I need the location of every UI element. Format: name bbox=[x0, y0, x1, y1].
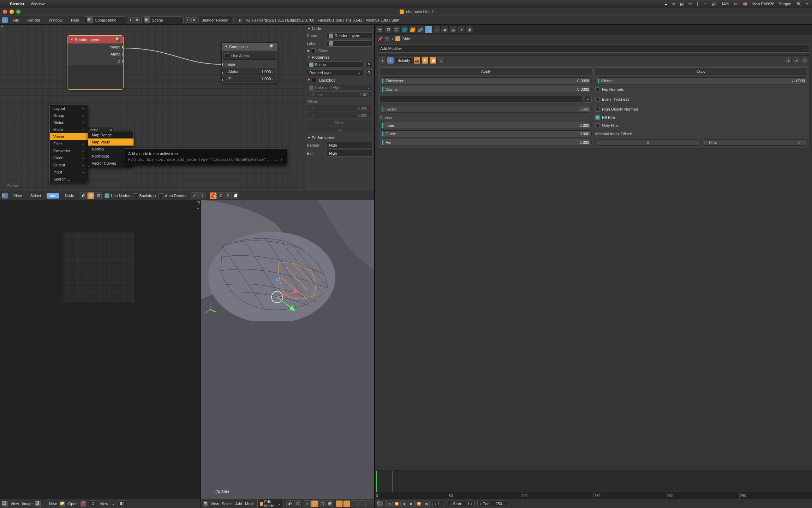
edge-select-icon[interactable]: ╱ bbox=[311, 500, 318, 507]
menu-matte[interactable]: Matte▸ bbox=[50, 126, 88, 133]
image-browse-icon[interactable]: 🖼 bbox=[35, 501, 41, 507]
prev-keyframe-button[interactable]: ⏪ bbox=[393, 501, 400, 507]
edit-quality-dropdown[interactable]: High⌄ bbox=[327, 150, 372, 156]
render-quality-dropdown[interactable]: High⌄ bbox=[327, 142, 372, 148]
cloud-icon[interactable]: ☁ bbox=[664, 2, 668, 6]
editor-type-icon[interactable]: ⬒ bbox=[203, 501, 208, 507]
menu-view[interactable]: View bbox=[210, 502, 219, 506]
node-header[interactable]: ▼ Render Layers bbox=[67, 36, 123, 43]
layer-2[interactable] bbox=[343, 500, 350, 507]
render-layer-field[interactable]: RenderLayer⌄ bbox=[307, 69, 363, 76]
menu-window[interactable]: Window bbox=[31, 2, 44, 6]
editor-type-icon[interactable]: ⓘ bbox=[2, 17, 8, 23]
menu-distort[interactable]: Distort▸ bbox=[50, 119, 88, 126]
current-frame-marker[interactable] bbox=[376, 471, 377, 492]
shader-tree-button[interactable]: ◐ bbox=[80, 192, 87, 199]
jump-start-button[interactable]: ⏮ bbox=[386, 501, 393, 507]
color-alpha-dropdown[interactable]: Color and Alpha⌄ bbox=[307, 84, 372, 91]
pin-icon[interactable]: ⤢ bbox=[191, 192, 198, 199]
copy-button[interactable]: ⎘ bbox=[225, 192, 232, 199]
socket-alpha[interactable] bbox=[121, 52, 124, 56]
render-button[interactable]: ⟳ bbox=[365, 69, 372, 76]
area-splitter[interactable] bbox=[196, 201, 200, 204]
tab-render[interactable]: 📷 bbox=[376, 26, 384, 34]
minimize-window-button[interactable] bbox=[10, 10, 14, 14]
submenu-map-range[interactable]: Map Range bbox=[88, 131, 133, 138]
mode-dropdown[interactable]: Edit Mode⌄ bbox=[257, 498, 283, 508]
pivot-icon[interactable]: ⊙ bbox=[294, 500, 301, 507]
scene-dropdown[interactable]: ◉ Scene bbox=[141, 16, 184, 24]
menu-layout[interactable]: Layout▸ bbox=[50, 105, 88, 112]
flag-icon[interactable]: 🇺🇸 bbox=[742, 2, 747, 6]
tab-object[interactable]: 🟧 bbox=[408, 26, 416, 34]
use-alpha-checkbox[interactable]: Use Alpha bbox=[223, 52, 276, 60]
mat-index-field[interactable]: ‹0› bbox=[595, 139, 701, 146]
wifi-icon[interactable]: ⌔ bbox=[704, 2, 706, 6]
screen-layout-dropdown[interactable]: ⊞ Compositing bbox=[84, 16, 126, 24]
tab-particles[interactable]: ✦ bbox=[457, 26, 465, 34]
section-node[interactable]: ▼Node bbox=[307, 25, 372, 32]
menu-help[interactable]: Help bbox=[67, 17, 83, 23]
editor-type-icon[interactable]: ⏱ bbox=[377, 501, 383, 507]
node-header[interactable]: ▼ Composite bbox=[222, 43, 277, 51]
battery-icon[interactable]: ▭ bbox=[734, 2, 738, 6]
layer-5[interactable] bbox=[365, 500, 372, 507]
move-down-button[interactable]: ▾ bbox=[793, 57, 800, 64]
outer-field[interactable]: Outer:0.000 bbox=[380, 130, 592, 137]
menu-image[interactable]: Image bbox=[22, 502, 33, 506]
tab-modifiers[interactable]: 🔧 bbox=[425, 26, 432, 34]
scene-field[interactable]: Scene bbox=[307, 61, 363, 68]
tab-texture[interactable]: ▦ bbox=[449, 26, 457, 34]
render-engine-dropdown[interactable]: Blender Render bbox=[198, 17, 234, 23]
menu-file[interactable]: File bbox=[9, 17, 23, 23]
plus-icon[interactable]: + bbox=[197, 206, 199, 211]
collapse-icon[interactable]: ▼ bbox=[70, 38, 73, 41]
volume-icon[interactable]: 🔊 bbox=[711, 2, 716, 6]
even-thickness-checkbox[interactable]: Even Thickness bbox=[595, 94, 807, 104]
menu-node[interactable]: Node bbox=[62, 193, 77, 199]
scene-icon[interactable]: 🎬 bbox=[385, 37, 390, 41]
menu-window[interactable]: Window bbox=[45, 17, 66, 23]
editor-type-icon[interactable]: ⊞ bbox=[2, 193, 8, 199]
pivot-dropdown[interactable]: ⊙ bbox=[89, 500, 97, 507]
menu-vector[interactable]: Vector▸ bbox=[50, 133, 88, 140]
rim-field[interactable]: Rim:0.000 bbox=[380, 139, 592, 146]
socket-image-in[interactable] bbox=[221, 63, 223, 66]
menu-color[interactable]: Color▸ bbox=[50, 154, 88, 161]
dropbox-icon[interactable]: ⧈ bbox=[673, 2, 675, 6]
render-layers-node[interactable]: ▼ Render Layers Image Alpha Z bbox=[67, 35, 124, 90]
menu-output[interactable]: Output▸ bbox=[50, 161, 88, 169]
move-button[interactable]: Move bbox=[307, 119, 372, 126]
socket-image[interactable] bbox=[121, 45, 124, 49]
section-backdrop[interactable]: ▼Backdrop bbox=[307, 77, 372, 83]
viewport-shading-icon[interactable]: ◐ bbox=[286, 500, 293, 507]
menu-add[interactable]: Add bbox=[47, 193, 59, 199]
add-layout-button[interactable]: + bbox=[128, 17, 133, 23]
open-button[interactable]: Open bbox=[68, 502, 78, 506]
menu-mesh[interactable]: Mesh bbox=[245, 502, 255, 506]
vertex-select-icon[interactable]: ▪ bbox=[304, 500, 311, 507]
texture-tree-button[interactable]: ▨ bbox=[95, 192, 102, 199]
preview-icon[interactable] bbox=[270, 44, 275, 49]
layer-1[interactable] bbox=[336, 500, 343, 507]
y-field[interactable]: ‹Y:0.000› bbox=[307, 112, 372, 118]
new-button[interactable]: New bbox=[49, 502, 57, 506]
next-keyframe-button[interactable]: ⏩ bbox=[415, 501, 422, 507]
compositing-tree-button[interactable]: ▦ bbox=[87, 192, 94, 199]
delete-scene-button[interactable]: ✕ bbox=[191, 17, 197, 23]
tab-scene[interactable]: 🎬 bbox=[392, 26, 400, 34]
move-up-button[interactable]: ▴ bbox=[785, 57, 792, 64]
cage-button[interactable]: △ bbox=[438, 57, 445, 64]
menu-view2[interactable]: View bbox=[100, 502, 108, 506]
bluetooth-icon[interactable]: ᛒ bbox=[697, 2, 699, 6]
add-modifier-dropdown[interactable]: Add Modifier bbox=[377, 45, 810, 53]
node-name-field[interactable]: Render Layers bbox=[327, 33, 372, 39]
go-parent-icon[interactable]: ↰ bbox=[198, 192, 205, 199]
rim-index-field[interactable]: ‹Rim:0› bbox=[702, 139, 808, 146]
user-name[interactable]: 5argon bbox=[779, 2, 791, 6]
disk-icon[interactable]: ▤ bbox=[680, 2, 683, 6]
auto-render-checkbox[interactable]: Auto Render bbox=[159, 193, 187, 198]
sync-icon[interactable]: ⟳ bbox=[688, 2, 692, 6]
object-name[interactable]: Shirt bbox=[402, 37, 411, 41]
tab-material[interactable]: ◉ bbox=[441, 26, 449, 34]
